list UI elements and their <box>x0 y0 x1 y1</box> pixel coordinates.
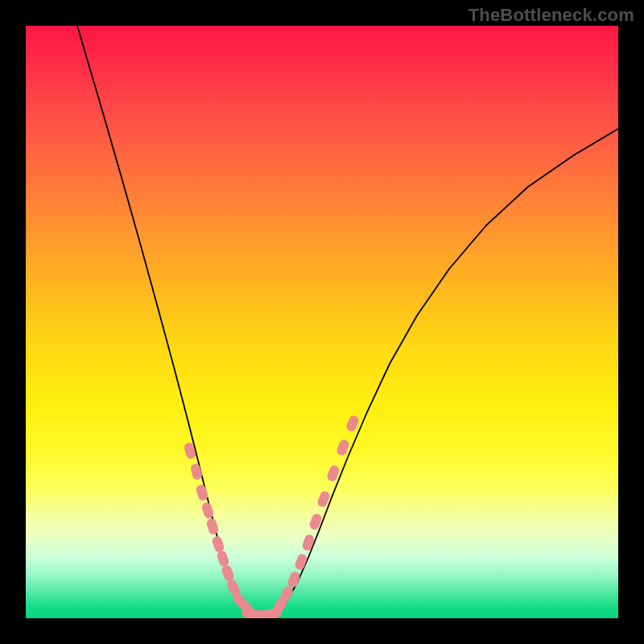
svg-rect-7 <box>221 564 235 583</box>
curve-layer <box>26 26 618 618</box>
svg-rect-23 <box>336 438 351 456</box>
plot-area <box>26 26 618 618</box>
marker-dots <box>183 414 360 618</box>
svg-rect-24 <box>345 414 361 432</box>
svg-rect-18 <box>294 553 308 572</box>
chart-container: TheBottleneck.com <box>0 0 644 644</box>
svg-rect-6 <box>216 550 230 568</box>
svg-rect-5 <box>211 535 225 554</box>
svg-rect-0 <box>183 442 196 460</box>
svg-rect-19 <box>301 534 316 552</box>
svg-rect-1 <box>190 463 204 481</box>
svg-rect-4 <box>205 518 219 536</box>
curve-lines <box>77 26 618 615</box>
watermark-text: TheBottleneck.com <box>469 5 634 26</box>
